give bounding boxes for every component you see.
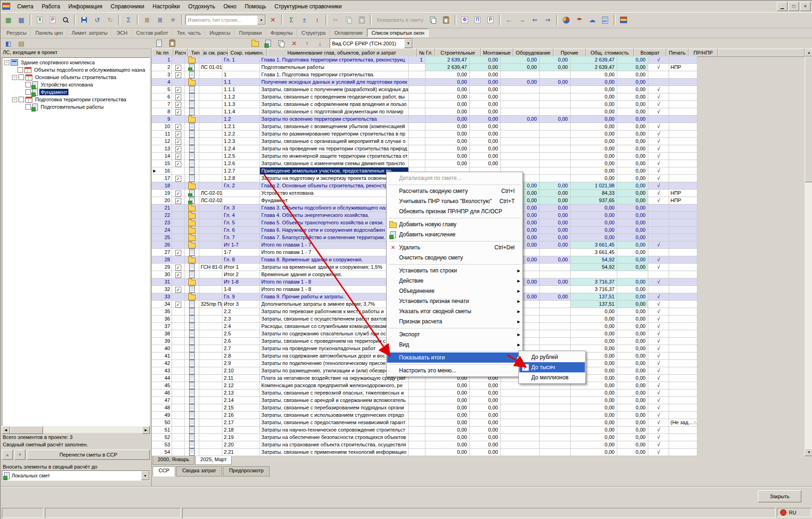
tree-hscrollbar[interactable]: ◀ ▶ <box>2 426 150 433</box>
row-type-combo[interactable]: Изменить тип строки...▼ <box>185 15 266 25</box>
column-header-7[interactable]: № Гл. <box>417 49 435 57</box>
column-header-10[interactable]: Оборудование <box>513 49 554 57</box>
open-doc-icon[interactable] <box>166 37 178 49</box>
calc-checkbox[interactable] <box>175 124 181 130</box>
report-r-icon[interactable]: Р <box>485 14 497 26</box>
dropdown-arrow-icon[interactable]: ▼ <box>404 39 412 48</box>
column-header-14[interactable]: Печать <box>666 49 689 57</box>
panel-button-5[interactable]: Состав работ <box>132 29 172 37</box>
panel-button-3[interactable]: Лимит. затраты <box>68 29 112 37</box>
table-row[interactable]: 41.1Получение исходных данных и условий … <box>152 79 697 86</box>
menu-item[interactable]: Установить тип строки▶ <box>387 266 522 276</box>
table-row[interactable]: 522.19Затраты на обеспечение безопасност… <box>152 434 697 441</box>
add-estimate-icon[interactable]: ▦ <box>2 14 14 26</box>
layers-icon[interactable] <box>618 14 630 26</box>
copy-to-estimate-icon[interactable] <box>427 14 439 26</box>
levels-icon[interactable]: ≣ <box>154 14 166 26</box>
table-row[interactable]: 81.1.4Затраты, связанные с подготовкой д… <box>152 108 697 116</box>
menu-item[interactable]: Действие▶ <box>387 276 522 286</box>
paste-icon[interactable] <box>356 14 368 26</box>
table-row[interactable]: 2ЛС 01-01Подготовительные работы2 639,47… <box>152 64 697 71</box>
move-estimate-up-button[interactable]: ▲ <box>2 450 13 460</box>
save-icon[interactable] <box>78 14 90 26</box>
outdent-row-icon[interactable]: ← <box>503 14 515 26</box>
tree-item[interactable]: −Основные объекты строительства <box>2 74 149 81</box>
table-row[interactable]: 492.16Затраты, связанные с использование… <box>152 412 697 419</box>
submenu-item[interactable]: ✓До тысяч <box>519 362 585 372</box>
indent-row-icon[interactable]: → <box>516 14 528 26</box>
calc-checkbox[interactable] <box>175 302 181 308</box>
column-header-3[interactable]: Тип <box>188 49 203 57</box>
table-row[interactable]: 452.12Компенсация расходов предприятий ж… <box>152 382 697 389</box>
menu-item[interactable]: Добавить новую главу <box>387 219 522 229</box>
calc-checkbox[interactable] <box>175 94 181 100</box>
menu-item[interactable]: Детализация по смете... <box>387 173 522 183</box>
dropdown-arrow-icon[interactable]: ▼ <box>257 15 265 25</box>
calc-checkbox[interactable] <box>175 146 181 152</box>
clear-row-type-icon[interactable]: ✕ <box>267 14 279 26</box>
sum-rows-icon[interactable]: Σ <box>285 14 297 26</box>
tree-item[interactable]: −Подготовка территории строительства <box>2 96 149 103</box>
menu-item[interactable]: Указать итог сводной сметы▶ <box>387 306 522 316</box>
menu-item[interactable]: Признак расчета▶ <box>387 316 522 327</box>
updown-icon[interactable]: ↕ <box>311 14 323 26</box>
new-doc-icon[interactable] <box>153 37 165 49</box>
table-row[interactable]: 91.2Затраты по освоению территории строи… <box>152 116 697 123</box>
panel-button-8[interactable]: Поправки <box>235 29 266 37</box>
level-down-icon[interactable]: ⇒ <box>542 14 554 26</box>
copy-row-icon[interactable] <box>275 37 287 49</box>
add-object-icon[interactable]: ▦ <box>15 14 27 26</box>
chart-icon[interactable] <box>560 14 572 26</box>
grid-vscrollbar[interactable]: ▲ ▼ <box>805 49 812 456</box>
cut-icon[interactable]: ✂ <box>330 14 342 26</box>
calc-checkbox[interactable] <box>175 131 181 137</box>
structure-icon[interactable]: ≣ <box>141 14 153 26</box>
menu-item-4[interactable]: Справочники <box>106 2 148 11</box>
level-up-icon[interactable]: ⇐ <box>529 14 541 26</box>
add-estimate-row-icon[interactable] <box>262 37 274 49</box>
calc-checkbox[interactable] <box>175 139 181 145</box>
table-row[interactable]: 121.2.3Затраты, связанные с организацией… <box>152 138 697 145</box>
column-header-2[interactable]: Расч <box>173 49 188 57</box>
calc-checkbox[interactable] <box>175 287 181 293</box>
calc-checkbox[interactable] <box>175 198 181 204</box>
calc-checkbox[interactable] <box>175 102 181 108</box>
move-estimate-down-button[interactable]: ▼ <box>14 450 25 460</box>
menu-item[interactable]: ✕УдалитьCtrl+Del <box>387 242 522 253</box>
column-header-15[interactable]: ПР/НПР <box>689 49 718 57</box>
menu-item-1[interactable]: Смета <box>13 2 37 11</box>
column-header-1[interactable]: № пп <box>152 49 173 57</box>
table-row[interactable]: 542.21Затраты, связанные с применением т… <box>152 449 697 456</box>
tree-checkbox[interactable] <box>18 67 23 73</box>
tree-checkbox[interactable] <box>25 104 31 110</box>
maximize-icon[interactable]: □ <box>788 2 799 11</box>
column-header-11[interactable]: Прочие <box>554 49 586 57</box>
menu-item[interactable]: Очистить сводную смету <box>387 253 522 263</box>
view-tab-3[interactable]: Предпросмотр <box>223 466 270 476</box>
minimize-icon[interactable]: ▁ <box>777 2 787 11</box>
menu-item[interactable]: Экспорт▶ <box>387 329 522 340</box>
move-row-down-icon[interactable]: ↓ <box>314 37 326 49</box>
plus-minus-icon[interactable]: ± <box>298 14 310 26</box>
tree-checkbox[interactable] <box>25 82 31 87</box>
excel-export-icon[interactable]: X <box>34 14 46 26</box>
calc-checkbox[interactable] <box>175 154 181 160</box>
menu-item-5[interactable]: Настройки <box>148 2 184 11</box>
period-tab-2[interactable]: 2025, Март <box>195 456 232 465</box>
table-row[interactable]: 111.2.2Затраты по разминированию террито… <box>152 130 697 138</box>
table-row[interactable]: 151.2.6Затраты, связанные с изменением с… <box>152 160 697 167</box>
calc-checkbox[interactable] <box>175 109 181 115</box>
column-header-9[interactable]: Монтажные <box>481 49 513 57</box>
table-row[interactable]: 51.1.1Затраты, связанные с получением (р… <box>152 86 697 93</box>
menu-item-9[interactable]: Структурные справочники <box>270 2 346 11</box>
scroll-down-icon[interactable]: ▼ <box>805 448 812 456</box>
tree-item[interactable]: Подготовительные работы <box>2 103 149 111</box>
menu-item[interactable]: Установить признак печати▶ <box>387 296 522 306</box>
vscroll-thumb[interactable] <box>805 56 812 182</box>
calc-checkbox[interactable] <box>175 191 181 197</box>
redo-icon[interactable]: ↻ <box>104 14 116 26</box>
column-header-8[interactable]: Строительные <box>435 49 481 57</box>
undo-icon[interactable]: ↺ <box>91 14 103 26</box>
calc-checkbox[interactable] <box>175 272 181 278</box>
column-header-5[interactable]: Сокр. наимен. <box>228 49 267 57</box>
